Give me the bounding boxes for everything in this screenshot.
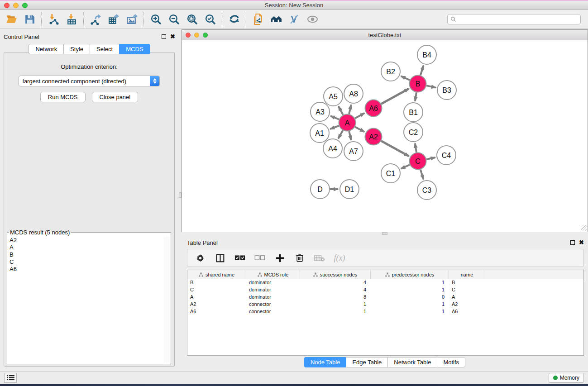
result-item[interactable]: B xyxy=(9,251,163,258)
horizontal-splitter[interactable] xyxy=(182,232,588,235)
zoom-fit-icon[interactable] xyxy=(186,14,198,25)
column-header-MCDS-role[interactable]: MCDS role xyxy=(246,270,300,279)
table-cell[interactable]: 1 xyxy=(371,279,449,286)
task-history-button[interactable] xyxy=(4,373,17,383)
table-cell[interactable]: A2 xyxy=(449,301,485,308)
window-resize-grip[interactable] xyxy=(581,225,587,231)
table-cell[interactable]: A6 xyxy=(187,308,246,315)
node-table[interactable]: shared nameMCDS rolesuccessor nodesprede… xyxy=(187,270,584,356)
zoom-selected-icon[interactable] xyxy=(204,14,216,25)
table-cell[interactable]: C xyxy=(449,286,485,294)
table-cell[interactable]: 1 xyxy=(300,301,371,308)
table-row[interactable]: A6connector11A6 xyxy=(187,308,583,315)
edge-A-A4[interactable] xyxy=(338,130,343,138)
edge-A2-C[interactable] xyxy=(381,141,409,156)
column-header-predecessor-nodes[interactable]: predecessor nodes xyxy=(371,270,449,279)
table-cell[interactable]: A xyxy=(449,294,485,301)
delete-column-trash-icon[interactable] xyxy=(294,253,305,263)
show-all-eye-icon[interactable] xyxy=(306,14,318,25)
table-cell[interactable]: 8 xyxy=(300,294,371,301)
tab-style[interactable]: Style xyxy=(63,44,90,54)
table-cell[interactable]: dominator xyxy=(246,294,300,301)
table-cell[interactable]: 1 xyxy=(300,308,371,315)
edge-B-B1[interactable] xyxy=(415,92,416,101)
edge-A-A8[interactable] xyxy=(349,105,351,114)
table-row[interactable]: Cdominator41C xyxy=(187,286,583,294)
table-cell[interactable]: 1 xyxy=(371,286,449,294)
result-item[interactable]: C xyxy=(9,258,163,266)
import-table-icon[interactable] xyxy=(66,14,77,25)
float-table-panel-icon[interactable] xyxy=(570,240,575,245)
show-columns-icon[interactable] xyxy=(215,253,225,263)
search-input[interactable] xyxy=(458,16,578,23)
zoom-in-icon[interactable] xyxy=(150,14,162,25)
optimization-criterion-select[interactable]: largest connected component (directed) xyxy=(19,76,160,86)
table-cell[interactable]: 4 xyxy=(300,279,371,286)
apply-layout-icon[interactable] xyxy=(228,14,240,25)
table-settings-gear-icon[interactable] xyxy=(195,253,206,263)
open-file-icon[interactable] xyxy=(5,14,17,25)
network-canvas[interactable]: B4B2BB3A5A8A6B1A3AC2A1A2A4A7CC4C1C3DD1 xyxy=(182,40,588,232)
close-panel-button[interactable]: Close panel xyxy=(92,92,139,102)
select-all-icon[interactable] xyxy=(234,253,245,263)
edge-A-A5[interactable] xyxy=(339,106,343,115)
run-mcds-button[interactable]: Run MCDS xyxy=(40,92,86,102)
tab-select[interactable]: Select xyxy=(90,44,119,54)
table-cell[interactable]: B xyxy=(449,279,485,286)
edge-C-C2[interactable] xyxy=(415,143,416,152)
table-cell[interactable]: A xyxy=(187,294,246,301)
table-row[interactable]: Bdominator41B xyxy=(187,279,583,286)
export-network-icon[interactable] xyxy=(90,14,101,25)
table-cell[interactable]: A6 xyxy=(449,308,485,315)
tab-network[interactable]: Network xyxy=(29,44,63,54)
zoom-out-icon[interactable] xyxy=(168,14,180,25)
tab-node-table[interactable]: Node Table xyxy=(304,357,346,367)
new-network-from-selection-icon[interactable] xyxy=(252,14,264,25)
edge-A-A6[interactable] xyxy=(355,113,364,119)
table-cell[interactable]: 0 xyxy=(371,294,449,301)
table-cell[interactable]: connector xyxy=(246,308,300,315)
table-row[interactable]: Adominator80A xyxy=(187,294,583,301)
column-header-name[interactable]: name xyxy=(449,270,485,279)
edge-B-B3[interactable] xyxy=(426,86,436,87)
edge-C-C3[interactable] xyxy=(421,170,424,180)
first-neighbors-icon[interactable] xyxy=(270,14,282,25)
import-network-icon[interactable] xyxy=(48,14,59,25)
tab-motifs[interactable]: Motifs xyxy=(437,357,465,367)
save-session-icon[interactable] xyxy=(24,14,35,25)
table-cell[interactable]: A2 xyxy=(187,301,246,308)
result-item[interactable]: A6 xyxy=(9,266,163,273)
result-item[interactable]: A2 xyxy=(9,237,163,244)
edge-B-B4[interactable] xyxy=(421,66,424,76)
edge-C-C4[interactable] xyxy=(426,157,435,159)
table-cell[interactable]: 1 xyxy=(371,301,449,308)
edge-A-A3[interactable] xyxy=(330,116,339,119)
close-panel-icon[interactable]: ✖ xyxy=(170,34,175,39)
table-cell[interactable]: dominator xyxy=(246,279,300,286)
function-builder-icon[interactable]: f(x) xyxy=(334,253,345,263)
result-item[interactable]: A xyxy=(9,244,163,251)
table-cell[interactable]: connector xyxy=(246,301,300,308)
export-image-icon[interactable] xyxy=(126,14,138,25)
edge-A-A1[interactable] xyxy=(330,126,339,129)
memory-button[interactable]: Memory xyxy=(549,373,584,383)
column-header-successor-nodes[interactable]: successor nodes xyxy=(300,270,371,279)
deselect-all-icon[interactable] xyxy=(254,253,265,263)
search-field[interactable] xyxy=(447,14,581,24)
tab-network-table[interactable]: Network Table xyxy=(387,357,437,367)
table-cell[interactable]: C xyxy=(187,286,246,294)
hide-selected-icon[interactable] xyxy=(288,14,300,25)
edge-A6-B[interactable] xyxy=(381,89,409,104)
table-cell[interactable]: 1 xyxy=(371,308,449,315)
result-scrollbar[interactable] xyxy=(164,237,170,362)
export-table-icon[interactable] xyxy=(108,14,120,25)
column-header-shared-name[interactable]: shared name xyxy=(187,270,246,279)
table-cell[interactable]: 4 xyxy=(300,286,371,294)
edge-C-C1[interactable] xyxy=(401,165,410,169)
edge-A-A2[interactable] xyxy=(355,127,364,132)
add-column-plus-icon[interactable] xyxy=(274,253,285,263)
table-cell[interactable]: B xyxy=(187,279,246,286)
tab-mcds[interactable]: MCDS xyxy=(119,44,150,54)
tab-edge-table[interactable]: Edge Table xyxy=(346,357,387,367)
edge-A-A7[interactable] xyxy=(349,131,351,140)
